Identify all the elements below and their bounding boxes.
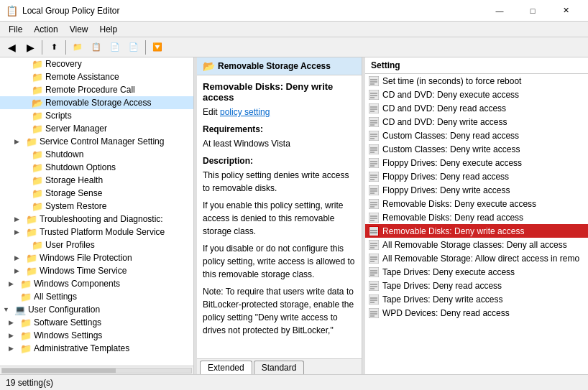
up-button[interactable]: ⬆	[45, 40, 63, 55]
right-list[interactable]: Set time (in seconds) to force reboot CD…	[365, 74, 588, 374]
app-icon: 📋	[6, 5, 18, 17]
tree-expand-icon: ▶	[14, 228, 26, 236]
right-list-item[interactable]: WPD Devices: Deny read access	[365, 306, 588, 320]
tree-item[interactable]: 📁 System Restore	[0, 200, 193, 213]
forward-button[interactable]: ▶	[22, 40, 39, 55]
svg-rect-15	[370, 124, 375, 126]
svg-rect-35	[370, 192, 375, 194]
right-list-item[interactable]: Floppy Drives: Deny execute access	[365, 156, 588, 170]
paste-button[interactable]: 📄	[106, 40, 124, 55]
copy-button[interactable]: 📋	[88, 40, 105, 55]
tree-item[interactable]: ▶ 📁 Software Settings	[0, 316, 193, 329]
tree-item[interactable]: ▶ 📁 Windows Time Service	[0, 264, 193, 277]
right-list-item[interactable]: Removable Disks: Deny write access	[365, 224, 588, 238]
tree-item[interactable]: 📁 Scripts	[0, 109, 193, 122]
tab-standard[interactable]: Standard	[254, 361, 305, 374]
show-hide-button[interactable]: 📁	[69, 40, 86, 55]
right-list-item[interactable]: CD and DVD: Deny execute access	[365, 88, 588, 101]
tree-item-label: User Configuration	[28, 305, 100, 315]
tree-folder-icon: 📁	[32, 162, 43, 173]
svg-rect-22	[370, 149, 377, 151]
svg-rect-14	[370, 122, 377, 124]
tree-item[interactable]: 📁 User Profiles	[0, 238, 193, 251]
tree-item[interactable]: ▶ 📁 Windows File Protection	[0, 251, 193, 264]
svg-rect-42	[370, 218, 377, 219]
tree-item[interactable]: 📁 Recovery	[0, 57, 193, 70]
policy-icon-normal	[368, 294, 380, 305]
svg-rect-18	[370, 136, 377, 137]
close-button[interactable]: ✕	[549, 0, 582, 22]
right-list-item[interactable]: Custom Classes: Deny write access	[365, 142, 588, 156]
tree-item[interactable]: ▶ 📁 Windows Components	[0, 277, 193, 290]
middle-pane-header: 📂 Removable Storage Access	[197, 57, 362, 75]
policy-icon-normal	[368, 144, 380, 154]
policy-icon-normal	[368, 76, 380, 86]
tree-item[interactable]: 📁 Storage Sense	[0, 187, 193, 200]
tree-item[interactable]: 📁 Shutdown Options	[0, 161, 193, 174]
right-list-item[interactable]: Removable Disks: Deny read access	[365, 210, 588, 224]
right-list-item[interactable]: All Removable Storage: Allow direct acce…	[365, 251, 588, 265]
menu-file[interactable]: File	[3, 23, 28, 36]
svg-rect-11	[370, 111, 375, 112]
right-list-item[interactable]: Floppy Drives: Deny read access	[365, 170, 588, 183]
tree-expand-icon: ▶	[9, 332, 20, 339]
right-list-item[interactable]: Tape Drives: Deny read access	[365, 279, 588, 292]
tree-item[interactable]: ▶ 📁 Windows Settings	[0, 329, 193, 342]
tree-item[interactable]: 📁 Server Manager	[0, 122, 193, 135]
back-button[interactable]: ◀	[3, 40, 20, 55]
right-list-item[interactable]: All Removable Storage classes: Deny all …	[365, 238, 588, 251]
svg-rect-54	[370, 261, 375, 262]
right-list-item[interactable]: Tape Drives: Deny write access	[365, 292, 588, 306]
right-list-item[interactable]: Set time (in seconds) to force reboot	[365, 74, 588, 88]
properties-button[interactable]: 📄	[125, 40, 142, 55]
tree-scroll[interactable]: 📁 Recovery 📁 Remote Assistance 📁 Remote …	[0, 57, 193, 366]
svg-rect-41	[370, 215, 377, 217]
edit-prefix: Edit	[203, 107, 220, 117]
policy-icon-normal	[368, 131, 380, 141]
tree-item[interactable]: ▶ 📁 Administrative Templates	[0, 342, 193, 355]
tree-item[interactable]: ▶ 📁 Service Control Manager Setting	[0, 135, 193, 148]
minimize-button[interactable]: —	[483, 0, 516, 22]
menu-action[interactable]: Action	[28, 23, 63, 36]
right-list-item[interactable]: Floppy Drives: Deny write access	[365, 183, 588, 197]
tree-item[interactable]: 📁 Storage Health	[0, 174, 193, 187]
tree-item[interactable]: 📁 Remote Assistance	[0, 70, 193, 83]
svg-rect-58	[370, 274, 375, 276]
right-pane: Setting Set time (in seconds) to force r…	[365, 57, 588, 374]
tree-item[interactable]: ▶ 📁 Troubleshooting and Diagnostic:	[0, 213, 193, 226]
svg-rect-2	[370, 81, 377, 83]
tree-item[interactable]: 📁 Remote Procedure Call	[0, 83, 193, 96]
menu-help[interactable]: Help	[94, 23, 124, 36]
right-list-item-label: All Removable Storage: Allow direct acce…	[382, 254, 579, 264]
svg-rect-7	[370, 97, 375, 98]
right-list-item[interactable]: Tape Drives: Deny execute access	[365, 265, 588, 279]
right-list-item[interactable]: Removable Disks: Deny execute access	[365, 197, 588, 210]
right-list-item[interactable]: CD and DVD: Deny write access	[365, 115, 588, 129]
policy-icon-normal	[368, 90, 380, 100]
policy-icon-normal	[368, 254, 380, 264]
menu-view[interactable]: View	[64, 23, 94, 36]
tab-extended[interactable]: Extended	[200, 361, 252, 374]
tree-item-label: Remote Procedure Call	[45, 85, 135, 95]
tree-item[interactable]: 📁 Shutdown	[0, 148, 193, 161]
right-list-item-label: Custom Classes: Deny read access	[382, 131, 519, 141]
svg-rect-60	[370, 284, 377, 285]
svg-rect-66	[370, 302, 375, 303]
tree-folder-icon: 📁	[32, 201, 43, 212]
tree-item[interactable]: 📂 Removable Storage Access	[0, 96, 193, 109]
maximize-button[interactable]: □	[516, 0, 549, 22]
tree-item-label: Storage Sense	[45, 188, 102, 198]
policy-icon-normal	[368, 172, 380, 182]
tree-item-label: Administrative Templates	[34, 343, 129, 353]
tree-folder-icon: 📁	[20, 330, 32, 341]
tree-item[interactable]: ▶ 📁 Trusted Platform Module Service	[0, 226, 193, 238]
svg-rect-34	[370, 190, 377, 192]
tree-item[interactable]: ▼ 💻 User Configuration	[0, 303, 193, 316]
filter-button[interactable]: 🔽	[149, 40, 166, 55]
svg-rect-29	[370, 175, 377, 176]
edit-policy-link[interactable]: policy setting	[220, 107, 270, 117]
right-list-item[interactable]: CD and DVD: Deny read access	[365, 101, 588, 115]
tree-item[interactable]: 📁 All Settings	[0, 290, 193, 303]
tab-bar: Extended Standard	[197, 358, 362, 374]
right-list-item[interactable]: Custom Classes: Deny read access	[365, 129, 588, 142]
